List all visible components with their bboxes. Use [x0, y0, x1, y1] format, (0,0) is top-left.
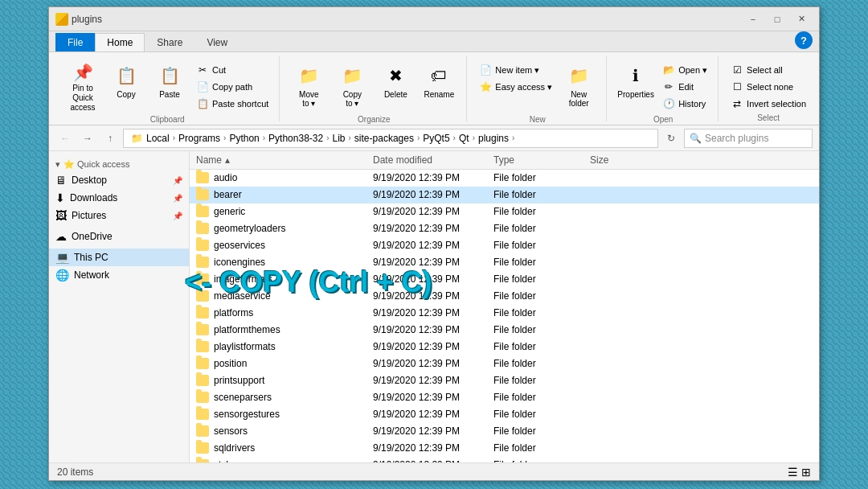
address-bar[interactable]: 📁 Local › Programs › Python › Python38-3…	[123, 129, 658, 148]
crumb-python[interactable]: Python	[229, 133, 259, 144]
file-list-area: Name ▴ Date modified Type Size audio 9	[190, 151, 819, 462]
sidebar-item-desktop[interactable]: 🖥 Desktop 📌	[49, 171, 189, 189]
history-button[interactable]: 🕐 History	[658, 96, 711, 112]
item-count: 20 items	[57, 466, 93, 478]
cut-button[interactable]: ✂ Cut	[192, 62, 272, 78]
maximize-button[interactable]: □	[766, 10, 788, 28]
crumb-lib[interactable]: Lib	[333, 133, 346, 144]
tab-home[interactable]: Home	[95, 33, 145, 51]
open-label: Open	[615, 113, 711, 125]
file-type: File folder	[487, 238, 583, 253]
sidebar-item-onedrive[interactable]: ☁ OneDrive	[49, 228, 189, 245]
tab-share[interactable]: Share	[145, 33, 194, 51]
sidebar-item-pictures[interactable]: 🖼 Pictures 📌	[49, 207, 189, 224]
nav-bar: ← → ↑ 📁 Local › Programs › Python › Pyth…	[49, 125, 819, 151]
copy-to-button[interactable]: 📁 Copyto ▾	[331, 59, 373, 113]
crumb-programs[interactable]: Programs	[178, 133, 220, 144]
tab-file[interactable]: File	[55, 33, 95, 51]
file-size	[583, 176, 648, 179]
file-type: File folder	[487, 441, 583, 455]
col-header-date[interactable]: Date modified	[366, 153, 487, 167]
sidebar-item-network[interactable]: 🌐 Network	[49, 266, 189, 284]
crumb-sitepackages[interactable]: site-packages	[354, 133, 414, 144]
table-row[interactable]: generic 9/19/2020 12:39 PM File folder	[190, 203, 819, 220]
crumb-python38[interactable]: Python38-32	[268, 133, 323, 144]
table-row[interactable]: sceneparsers 9/19/2020 12:39 PM File fol…	[190, 389, 819, 406]
folder-icon	[196, 189, 209, 200]
paste-shortcut-button[interactable]: 📋 Paste shortcut	[192, 96, 272, 112]
tab-view[interactable]: View	[194, 33, 240, 51]
col-header-size[interactable]: Size	[583, 153, 648, 167]
copy-path-button[interactable]: 📄 Copy path	[192, 79, 272, 95]
back-button[interactable]: ←	[55, 129, 75, 148]
file-list[interactable]: audio 9/19/2020 12:39 PM File folder bea…	[190, 170, 819, 462]
refresh-button[interactable]: ↻	[661, 129, 681, 148]
crumb-local[interactable]: Local	[146, 133, 170, 144]
select-items: ☑ Select all ☐ Select none ⇄ Invert sele…	[727, 55, 810, 112]
table-row[interactable]: geometryloaders 9/19/2020 12:39 PM File …	[190, 220, 819, 237]
paste-shortcut-icon: 📋	[196, 97, 209, 110]
up-button[interactable]: ↑	[100, 129, 120, 148]
table-row[interactable]: styles 9/19/2020 12:39 PM File folder	[190, 457, 819, 462]
col-header-name[interactable]: Name ▴	[190, 153, 366, 167]
invert-selection-button[interactable]: ⇄ Invert selection	[727, 96, 810, 112]
pictures-icon: 🖼	[55, 209, 67, 222]
cut-icon: ✂	[196, 64, 209, 76]
table-row[interactable]: mediaservice 9/19/2020 12:39 PM File fol…	[190, 288, 819, 305]
grid-view-button[interactable]: ⊞	[801, 466, 811, 479]
delete-button[interactable]: ✖ Delete	[375, 59, 416, 113]
table-row[interactable]: geoservices 9/19/2020 12:39 PM File fold…	[190, 237, 819, 254]
forward-button[interactable]: →	[78, 129, 97, 148]
list-view-button[interactable]: ☰	[788, 466, 798, 479]
help-button[interactable]: ?	[795, 31, 813, 49]
crumb-qt[interactable]: Qt	[459, 133, 469, 144]
table-row[interactable]: platformthemes 9/19/2020 12:39 PM File f…	[190, 322, 819, 339]
move-to-button[interactable]: 📁 Moveto ▾	[288, 59, 330, 113]
table-row[interactable]: imageformats 9/19/2020 12:39 PM File fol…	[190, 271, 819, 288]
file-size	[583, 345, 648, 348]
folder-icon	[196, 409, 209, 420]
table-row[interactable]: bearer 9/19/2020 12:39 PM File folder	[190, 187, 819, 203]
open-button[interactable]: 📂 Open ▾	[658, 62, 711, 78]
paste-button[interactable]: 📋 Paste	[149, 59, 190, 113]
file-name: geoservices	[214, 240, 265, 251]
crumb-pyqt5[interactable]: PyQt5	[423, 133, 449, 144]
pin-to-quick-access-button[interactable]: 📌 Pin to Quick access	[62, 59, 104, 113]
copy-button-large[interactable]: 📋 Copy	[105, 59, 147, 113]
table-row[interactable]: platforms 9/19/2020 12:39 PM File folder	[190, 305, 819, 322]
quick-access-header[interactable]: ▾ ⭐ Quick access	[49, 154, 189, 171]
col-header-type[interactable]: Type	[487, 153, 583, 167]
close-button[interactable]: ✕	[790, 10, 813, 28]
rename-button[interactable]: 🏷 Rename	[418, 59, 460, 113]
new-item-button[interactable]: 📄 New item ▾	[475, 62, 556, 78]
file-date: 9/19/2020 12:39 PM	[366, 221, 487, 236]
file-date: 9/19/2020 12:39 PM	[366, 238, 487, 253]
table-row[interactable]: sensors 9/19/2020 12:39 PM File folder	[190, 423, 819, 440]
table-row[interactable]: sensorgestures 9/19/2020 12:39 PM File f…	[190, 406, 819, 423]
table-row[interactable]: iconengines 9/19/2020 12:39 PM File fold…	[190, 254, 819, 271]
sidebar-item-downloads[interactable]: ⬇ Downloads 📌	[49, 189, 189, 207]
select-none-button[interactable]: ☐ Select none	[727, 79, 810, 95]
file-type: File folder	[487, 356, 583, 371]
invert-icon: ⇄	[731, 97, 743, 110]
minimize-button[interactable]: −	[742, 10, 764, 28]
crumb-plugins[interactable]: plugins	[478, 133, 509, 144]
folder-icon	[196, 392, 209, 403]
sidebar-item-thispc[interactable]: 💻 This PC	[49, 249, 189, 266]
table-row[interactable]: position 9/19/2020 12:39 PM File folder	[190, 355, 819, 372]
new-folder-button[interactable]: 📁 Newfolder	[558, 59, 600, 113]
properties-button[interactable]: ℹ Properties	[615, 59, 657, 113]
edit-button[interactable]: ✏ Edit	[658, 79, 711, 95]
file-size	[583, 244, 648, 247]
table-row[interactable]: playlistformats 9/19/2020 12:39 PM File …	[190, 339, 819, 355]
table-row[interactable]: audio 9/19/2020 12:39 PM File folder	[190, 170, 819, 187]
easy-access-button[interactable]: ⭐ Easy access ▾	[475, 79, 556, 95]
select-all-button[interactable]: ☑ Select all	[727, 62, 810, 78]
search-bar[interactable]: 🔍 Search plugins	[684, 129, 813, 148]
table-row[interactable]: sqldrivers 9/19/2020 12:39 PM File folde…	[190, 440, 819, 457]
select-all-icon: ☑	[731, 64, 743, 76]
table-row[interactable]: printsupport 9/19/2020 12:39 PM File fol…	[190, 372, 819, 389]
ribbon-group-clipboard: 📌 Pin to Quick access 📋 Copy 📋 Paste	[55, 55, 280, 121]
file-type: File folder	[487, 373, 583, 388]
file-name: mediaservice	[214, 290, 271, 302]
